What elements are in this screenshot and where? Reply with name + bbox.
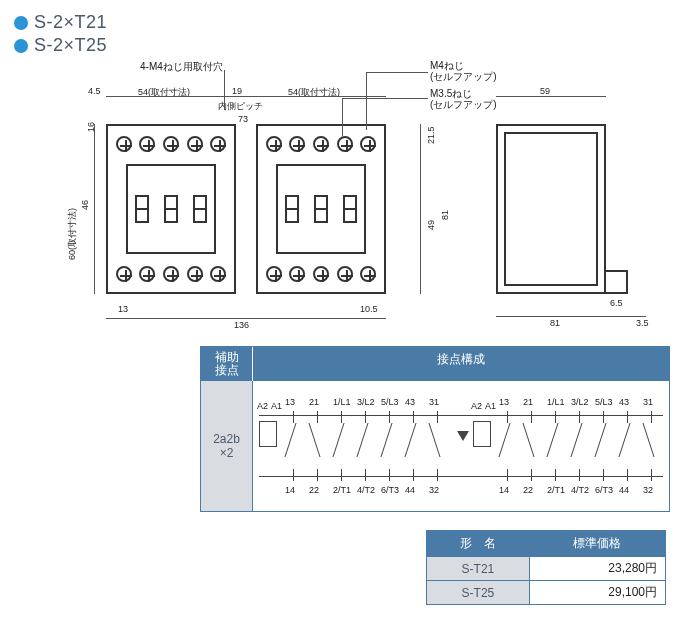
screw-icon	[289, 136, 305, 152]
terminal-label: 3/L2	[357, 397, 375, 407]
dim-side-bottom-w: 81	[550, 318, 560, 328]
dim-inner-pitch: 73	[238, 114, 248, 124]
interlock-triangle-icon	[457, 431, 469, 441]
dim-side-top-w: 59	[540, 86, 550, 96]
dim-overall-w: 136	[234, 320, 249, 330]
header-aux-contacts: 補助接点	[201, 347, 253, 381]
coil-box	[259, 421, 277, 447]
coil-box	[473, 421, 491, 447]
contact-table-body: 2a2b×2 A2 A1 131421221/L12/T13/L24/T25/L…	[201, 381, 669, 511]
screw-icon	[337, 266, 353, 282]
dim-mount-w2: 54(取付寸法)	[288, 86, 340, 99]
dim-line-bottom	[106, 318, 386, 319]
contact-no: 1314	[287, 411, 301, 481]
device-side-step	[606, 270, 628, 294]
terminal-label: 21	[523, 397, 533, 407]
price-model-cell: S-T25	[427, 581, 530, 605]
terminal-label: A2	[471, 401, 482, 411]
leader-line	[366, 72, 428, 73]
price-table: 形 名 標準価格 S-T21 23,280円 S-T25 29,100円	[426, 530, 666, 605]
contact-no: 3/L24/T2	[573, 411, 587, 481]
callout-mounting-holes: 4-M4ねじ用取付穴	[140, 60, 223, 74]
device-side-inner	[504, 132, 598, 286]
price-model-cell: S-T21	[427, 557, 530, 581]
price-table-row: S-T21 23,280円	[427, 557, 666, 581]
terminal-label: 43	[405, 397, 415, 407]
price-table-row: S-T25 29,100円	[427, 581, 666, 605]
terminal-label: 43	[619, 397, 629, 407]
price-value-cell: 23,280円	[529, 557, 665, 581]
dim-body-h: 46	[80, 200, 90, 210]
contact-nc: 2122	[311, 411, 325, 481]
dim-side-inner-h: 49	[426, 220, 436, 230]
terminal-label: 5/L3	[381, 397, 399, 407]
terminal-label: 14	[499, 485, 509, 495]
screw-row-bot	[262, 260, 380, 288]
terminal-label: 4/T2	[357, 485, 375, 495]
screw-row-top	[112, 130, 230, 158]
contact-config-table: 補助接点 接点構成 2a2b×2 A2 A1 131421221/L12/T13…	[200, 346, 670, 512]
terminal-label: 21	[309, 397, 319, 407]
terminal-label: A1	[485, 401, 496, 411]
title-text-2: S-2×T25	[34, 35, 107, 56]
terminal-label: 5/L3	[595, 397, 613, 407]
price-table-header-row: 形 名 標準価格	[427, 531, 666, 557]
device-front-right	[256, 124, 386, 294]
dim-line-top	[106, 96, 386, 97]
dim-line-side-top	[496, 96, 606, 97]
dim-mount-h: 60(取付寸法)	[66, 208, 79, 260]
screw-icon	[289, 266, 305, 282]
callout-m35-screw: M3.5ねじ(セルフアップ)	[430, 88, 497, 110]
screw-icon	[360, 136, 376, 152]
contact-no: 3/L24/T2	[359, 411, 373, 481]
screw-icon	[163, 136, 179, 152]
bullet-icon	[14, 16, 28, 30]
terminal-label: 6/T3	[381, 485, 399, 495]
contact-no: 1/L12/T1	[335, 411, 349, 481]
contact-diagram: A2 A1 131421221/L12/T13/L24/T25/L36/T343…	[253, 381, 669, 511]
slot-icon	[285, 195, 299, 223]
contact-table-header: 補助接点 接点構成	[201, 347, 669, 381]
terminal-label: 32	[429, 485, 439, 495]
leader-line	[342, 98, 343, 136]
slot-icon	[193, 195, 207, 223]
contact-no: 4344	[621, 411, 635, 481]
screw-icon	[313, 266, 329, 282]
terminal-label: 14	[285, 485, 295, 495]
terminal-label: 44	[619, 485, 629, 495]
terminal-label: 6/T3	[595, 485, 613, 495]
screw-icon	[266, 136, 282, 152]
screw-icon	[360, 266, 376, 282]
dim-line-side-bottom	[496, 316, 646, 317]
device-front-left	[106, 124, 236, 294]
dim-bottom-left-gap: 13	[118, 304, 128, 314]
terminal-label: 2/T1	[547, 485, 565, 495]
terminal-label: 1/L1	[547, 397, 565, 407]
screw-icon	[210, 266, 226, 282]
contact-no: 1314	[501, 411, 515, 481]
screw-row-top	[262, 130, 380, 158]
terminal-label: 31	[643, 397, 653, 407]
dim-side-outer-h: 81	[440, 210, 450, 220]
screw-icon	[187, 266, 203, 282]
dim-bottom-right-gap: 10.5	[360, 304, 378, 314]
terminal-label: 4/T2	[571, 485, 589, 495]
device-mid	[126, 164, 216, 254]
terminal-label: 13	[499, 397, 509, 407]
dimension-drawing: 4-M4ねじ用取付穴 M4ねじ(セルフアップ) M3.5ねじ(セルフアップ) 4…	[10, 60, 670, 340]
contact-group-1: 131421221/L12/T13/L24/T25/L36/T343443132	[287, 381, 457, 511]
contact-group-2: 131421221/L12/T13/L24/T25/L36/T343443132	[501, 381, 671, 511]
dim-mount-w1: 54(取付寸法)	[138, 86, 190, 99]
leader-line	[342, 98, 428, 99]
device-side	[496, 124, 606, 294]
screw-icon	[116, 136, 132, 152]
callout-m4-screw: M4ねじ(セルフアップ)	[430, 60, 497, 82]
dim-side-right-margin: 3.5	[636, 318, 649, 328]
screw-icon	[139, 136, 155, 152]
price-value-cell: 29,100円	[529, 581, 665, 605]
dim-inner-gap: 19	[232, 86, 242, 96]
slot-icon	[135, 195, 149, 223]
dim-side-offset: 21.5	[426, 126, 436, 144]
contact-no: 1/L12/T1	[549, 411, 563, 481]
screw-icon	[187, 136, 203, 152]
